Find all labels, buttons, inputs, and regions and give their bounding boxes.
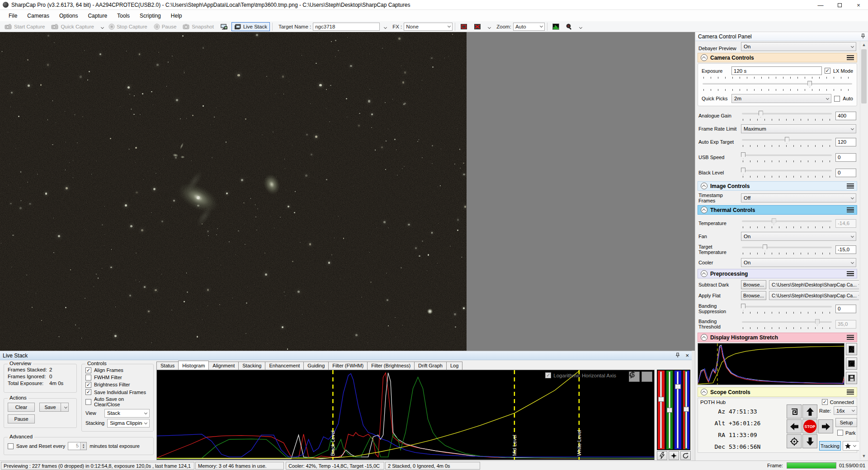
menu-scripting[interactable]: Scripting: [135, 11, 166, 21]
dropdown-timestamp-frames[interactable]: Off: [741, 193, 856, 202]
reset-button[interactable]: [846, 357, 857, 370]
quick-capture-button[interactable]: Quick Capture: [48, 22, 97, 31]
menu-cameras[interactable]: Cameras: [22, 11, 54, 21]
pause-button[interactable]: Pause: [151, 22, 179, 31]
all-channel-slider[interactable]: [683, 371, 690, 449]
tab-filter-brightness-[interactable]: Filter (Brightness): [367, 362, 415, 370]
blue-channel-slider[interactable]: [675, 371, 681, 449]
setup-button[interactable]: Setup: [835, 418, 857, 427]
close-icon[interactable]: ×: [685, 352, 689, 359]
value-box[interactable]: -15,0: [835, 245, 856, 254]
red-channel-slider[interactable]: [658, 371, 665, 449]
slider[interactable]: [741, 110, 833, 122]
tab-enhancement[interactable]: Enhancement: [265, 362, 304, 370]
stretch-histogram-plot[interactable]: [698, 343, 844, 385]
lx-mode-checkbox[interactable]: ✓: [825, 68, 830, 74]
magnifier-dropdown-icon[interactable]: [577, 24, 582, 30]
spinner-value[interactable]: 5: [68, 442, 80, 450]
live-stack-button[interactable]: Live Stack: [231, 22, 270, 31]
minutes-spinner[interactable]: 5▲▼: [68, 442, 87, 450]
start-capture-button[interactable]: Start Capture: [2, 22, 47, 31]
slew-down-button[interactable]: [802, 434, 817, 448]
slider[interactable]: [741, 136, 833, 148]
goto-target-button[interactable]: [787, 434, 802, 448]
reticle-icon-button[interactable]: [458, 22, 470, 31]
fx-select[interactable]: None: [404, 23, 453, 31]
slider[interactable]: [741, 318, 833, 330]
section-thermal-controls[interactable]: Thermal Controls: [698, 205, 857, 215]
levels-button[interactable]: [669, 451, 679, 460]
value-box[interactable]: 400: [835, 112, 856, 120]
pin-icon[interactable]: [861, 33, 865, 40]
slider[interactable]: [741, 217, 833, 229]
green-channel-slider[interactable]: [666, 371, 673, 449]
selection-dropdown-icon[interactable]: [486, 24, 491, 30]
slider-handle[interactable]: [667, 408, 673, 413]
menu-file[interactable]: File: [4, 11, 22, 21]
section-image-controls[interactable]: Image Controls: [698, 181, 857, 191]
menu-options[interactable]: Options: [54, 11, 83, 21]
slider-thumb[interactable]: [785, 137, 789, 144]
panel-scrollbar[interactable]: ▲ ▼: [860, 41, 867, 460]
log-axis-checkbox[interactable]: ✓: [545, 372, 551, 378]
collapse-icon[interactable]: [701, 54, 708, 61]
section-display-histogram-stretch[interactable]: Display Histogram Stretch: [698, 333, 857, 342]
save-button[interactable]: [846, 372, 857, 384]
pause-button[interactable]: Pause: [8, 414, 35, 423]
snapshot-button[interactable]: Snapshot: [180, 22, 217, 31]
connected-checkbox[interactable]: ✓: [822, 399, 828, 405]
path-dropdown[interactable]: C:\Users\Steph\Desktop\SharpCap Ca...: [769, 280, 859, 289]
starfield-image[interactable]: [0, 32, 467, 351]
value-box[interactable]: 0: [835, 169, 856, 177]
auto-exposure-checkbox[interactable]: [834, 96, 840, 102]
collapse-icon[interactable]: [701, 270, 708, 277]
section-menu-icon[interactable]: [847, 207, 854, 212]
slider-thumb[interactable]: [772, 218, 776, 225]
path-dropdown[interactable]: C:\Users\Steph\Desktop\SharpCap Ca...: [769, 291, 859, 300]
slider-thumb[interactable]: [763, 244, 767, 251]
slider-thumb[interactable]: [741, 168, 745, 174]
dropdown-fan[interactable]: On: [741, 232, 856, 241]
lightning-button[interactable]: [657, 451, 667, 460]
monitor-icon-button[interactable]: [217, 22, 231, 31]
stacking-select[interactable]: Sigma Clipping: [107, 419, 150, 428]
slew-left-button[interactable]: [787, 419, 802, 433]
tracking-rate-select[interactable]: [843, 441, 859, 451]
dropdown-arrow-icon[interactable]: [99, 24, 104, 30]
tab-drift-graph[interactable]: Drift Graph: [414, 362, 447, 370]
target-name-input[interactable]: ngc3718: [313, 23, 380, 31]
slider-thumb[interactable]: [807, 81, 812, 88]
tab-filter-fwhm-[interactable]: Filter (FWHM): [328, 362, 368, 370]
scroll-up-icon[interactable]: ▲: [860, 41, 868, 48]
scroll-down-icon[interactable]: ▼: [860, 452, 868, 460]
menu-capture[interactable]: Capture: [83, 11, 112, 21]
slider[interactable]: [741, 151, 833, 163]
slider-thumb[interactable]: [759, 111, 763, 118]
exposure-slider[interactable]: [702, 79, 853, 92]
slew-up-button[interactable]: [802, 404, 817, 418]
dropdown-debayer-preview[interactable]: On: [741, 42, 856, 51]
exposure-input[interactable]: 120 s: [731, 66, 822, 75]
spinner-arrows[interactable]: ▲▼: [80, 442, 86, 450]
stop-button[interactable]: STOP: [802, 419, 817, 433]
reset-button[interactable]: [680, 451, 691, 460]
brightness-filter-checkbox[interactable]: ✓: [85, 382, 91, 388]
section-camera-controls[interactable]: Camera Controls: [698, 53, 857, 62]
collapse-icon[interactable]: [701, 183, 708, 189]
slider[interactable]: [741, 167, 833, 179]
target-name-dropdown-icon[interactable]: [382, 24, 387, 30]
fwhm-filter-checkbox[interactable]: [85, 375, 91, 381]
slider-handle[interactable]: [658, 397, 664, 402]
menu-help[interactable]: Help: [166, 11, 187, 21]
rate-select[interactable]: 16x: [834, 406, 857, 415]
slider-handle[interactable]: [675, 384, 681, 389]
magnifier-icon-button[interactable]: [563, 22, 575, 31]
browse-button[interactable]: Browse...: [741, 280, 766, 289]
tab-histogram[interactable]: Histogram: [178, 361, 209, 370]
tab-status[interactable]: Status: [156, 362, 179, 370]
section-menu-icon[interactable]: [847, 271, 854, 276]
pin-icon[interactable]: [675, 352, 680, 359]
slider-thumb[interactable]: [741, 304, 745, 310]
collapse-icon[interactable]: [701, 389, 708, 395]
save-and-reset-checkbox[interactable]: [8, 443, 14, 449]
